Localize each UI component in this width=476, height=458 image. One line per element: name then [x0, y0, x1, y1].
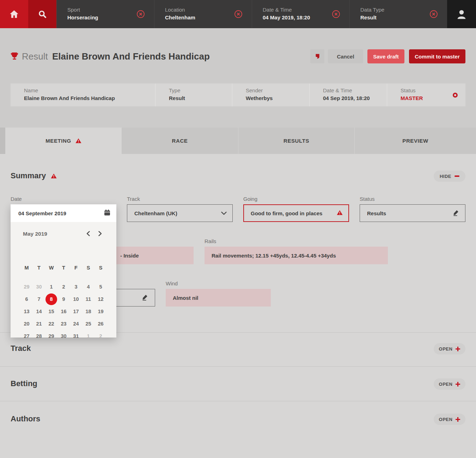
status-badge: MASTER: [401, 95, 423, 101]
calendar-day[interactable]: 9: [57, 293, 70, 305]
track-select[interactable]: Cheltenham (UK): [127, 204, 233, 222]
record-info-bar: Name Elaine Brown And Friends Handicap T…: [11, 83, 465, 106]
status-field[interactable]: Results: [360, 204, 465, 222]
calendar-day[interactable]: 1: [45, 281, 57, 293]
search-icon: [38, 10, 47, 19]
calendar-day[interactable]: 19: [94, 305, 107, 318]
info-label: Sender: [246, 87, 263, 93]
open-betting-button[interactable]: OPEN: [434, 378, 465, 390]
calendar-day[interactable]: 21: [33, 318, 45, 330]
filter-value: Horseracing: [67, 14, 98, 20]
remove-filter-icon[interactable]: [429, 10, 438, 18]
calendar-day[interactable]: 15: [45, 305, 57, 318]
next-month-button[interactable]: [96, 230, 104, 237]
calendar-day[interactable]: 26: [94, 318, 107, 330]
cancel-button[interactable]: Cancel: [328, 49, 363, 63]
filter-value: 04 May 2019, 18:20: [263, 14, 310, 20]
calendar-weekday: S: [94, 265, 107, 271]
filter-value: Cheltenham: [165, 14, 195, 20]
info-name: Name Elaine Brown And Friends Handicap: [11, 83, 155, 106]
tab-results[interactable]: RESULTS: [238, 128, 354, 154]
section-title-track: Track: [11, 344, 31, 353]
tab-preview[interactable]: PREVIEW: [355, 128, 476, 154]
tab-bar: MEETING RACE RESULTS PREVIEW: [0, 128, 476, 154]
user-menu-button[interactable]: [447, 0, 476, 28]
date-input[interactable]: 04 September 2019: [11, 204, 116, 222]
plus-icon: [456, 347, 460, 351]
tab-meeting[interactable]: MEETING: [5, 128, 122, 154]
calendar-day[interactable]: 30: [57, 330, 70, 342]
wind-field[interactable]: Almost nil: [166, 289, 271, 307]
calendar-day[interactable]: 20: [20, 318, 33, 330]
calendar-day[interactable]: 11: [82, 293, 94, 305]
flag-button[interactable]: [310, 49, 324, 63]
calendar-day-selected[interactable]: 8: [45, 293, 57, 305]
calendar-day[interactable]: 16: [57, 305, 70, 318]
remove-filter-icon[interactable]: [234, 10, 243, 18]
plus-icon: [456, 417, 460, 422]
warning-icon: [337, 210, 343, 216]
page-title: Elaine Brown And Friends Handicap: [52, 51, 210, 62]
tab-label: RACE: [172, 138, 188, 144]
filter-value: Result: [360, 14, 377, 20]
save-draft-button[interactable]: Save draft: [367, 49, 404, 63]
info-type: Type Result: [155, 83, 232, 106]
calendar-day[interactable]: 1: [82, 330, 94, 342]
calendar-day[interactable]: 24: [70, 318, 82, 330]
remove-filter-icon[interactable]: [136, 10, 145, 18]
calendar-day[interactable]: 31: [70, 330, 82, 342]
calendar-day[interactable]: 12: [94, 293, 107, 305]
calendar-day[interactable]: 28: [33, 330, 45, 342]
calendar-day[interactable]: 2: [57, 281, 70, 293]
calendar-day[interactable]: 29: [45, 330, 57, 342]
calendar-day[interactable]: 13: [20, 305, 33, 318]
hide-summary-button[interactable]: HIDE: [434, 171, 465, 182]
user-icon: [456, 9, 467, 19]
info-label: Type: [169, 87, 181, 93]
calendar-day[interactable]: 4: [82, 281, 94, 293]
going-field[interactable]: Good to firm, good in places: [243, 204, 349, 222]
open-track-button[interactable]: OPEN: [434, 343, 465, 354]
prev-month-button[interactable]: [84, 230, 92, 237]
calendar-day[interactable]: 30: [33, 281, 45, 293]
calendar-day[interactable]: 7: [33, 293, 45, 305]
status-value: Results: [367, 210, 386, 216]
search-button[interactable]: [28, 0, 56, 28]
calendar-day[interactable]: 6: [20, 293, 33, 305]
calendar-day[interactable]: 29: [20, 281, 33, 293]
calendar-day[interactable]: 27: [20, 330, 33, 342]
minus-icon: [454, 175, 459, 177]
home-button[interactable]: [0, 0, 28, 28]
calendar-day[interactable]: 3: [70, 281, 82, 293]
calendar-day[interactable]: 23: [57, 318, 70, 330]
calendar-day[interactable]: 22: [45, 318, 57, 330]
chevron-down-icon: [221, 210, 227, 216]
calendar-weekday: T: [57, 265, 70, 271]
tab-label: MEETING: [45, 138, 71, 144]
open-authors-button[interactable]: OPEN: [434, 414, 465, 425]
filter-datetime[interactable]: Date & Time 04 May 2019, 18:20: [252, 0, 349, 28]
warning-icon: [75, 138, 81, 143]
rails-field[interactable]: Rail movements; 12.15 +45yds, 12.45-4.45…: [205, 247, 388, 264]
filter-sport[interactable]: Sport Horseracing: [56, 0, 154, 28]
info-status: Status MASTER: [387, 83, 465, 106]
commit-to-master-button[interactable]: Commit to master: [409, 49, 465, 63]
calendar-day[interactable]: 14: [33, 305, 45, 318]
info-value: Wetherbys: [246, 95, 273, 101]
wind-value: Almost nil: [173, 295, 199, 301]
calendar-day[interactable]: 2: [94, 330, 107, 342]
calendar-day[interactable]: 25: [82, 318, 94, 330]
info-datetime: Date & Time 04 Sep 2019, 18:20: [309, 83, 387, 106]
filter-datatype[interactable]: Data Type Result: [349, 0, 447, 28]
tab-label: RESULTS: [283, 138, 309, 144]
calendar-day[interactable]: 17: [70, 305, 82, 318]
remove-filter-icon[interactable]: [332, 10, 340, 18]
calendar-day[interactable]: 10: [70, 293, 82, 305]
top-bar: Sport Horseracing Location Cheltenham Da…: [0, 0, 476, 28]
filter-location[interactable]: Location Cheltenham: [154, 0, 252, 28]
calendar-day[interactable]: 18: [82, 305, 94, 318]
tab-race[interactable]: RACE: [122, 128, 238, 154]
calendar-day[interactable]: 5: [94, 281, 107, 293]
section-title-betting: Betting: [11, 379, 37, 388]
record-type-label: Result: [22, 51, 48, 62]
